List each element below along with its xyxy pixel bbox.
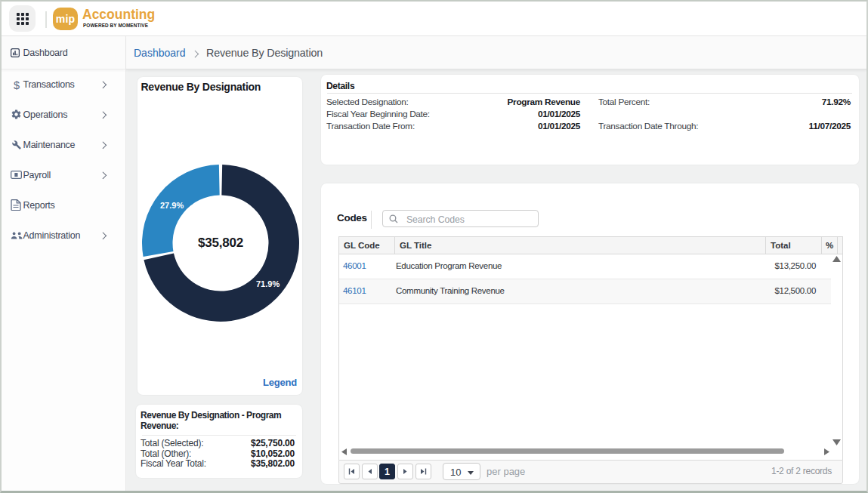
svg-text:$: $ xyxy=(14,79,20,91)
